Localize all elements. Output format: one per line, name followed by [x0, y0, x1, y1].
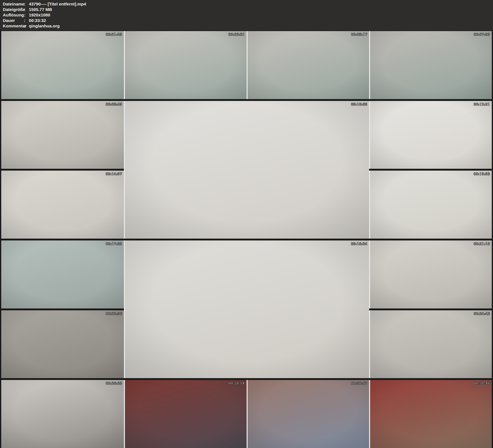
filename-value: 43790---- [Titel entfernt].mp4: [29, 2, 86, 7]
thumbnail-timestamp: 00:03:31: [228, 32, 245, 36]
thumbnail-timestamp: 00:31:46: [474, 381, 490, 385]
thumbnail-timestamp: 00:21:10: [474, 242, 490, 246]
field-separator: :: [24, 7, 29, 12]
thumbnail-grid: 00:01:45 00:03:31 00:05:17 00:07:03 00:0…: [1, 31, 492, 448]
field-separator: :: [24, 23, 29, 28]
duration-value: 00:33:32: [29, 18, 46, 23]
field-separator: :: [24, 12, 29, 17]
thumbnail-timestamp: 00:17:38: [106, 242, 122, 246]
field-row-resolution: Auflösung : 1920x1080: [3, 12, 493, 18]
thumbnail-timestamp: 00:12:21: [474, 102, 490, 106]
thumbnail-timestamp: 00:22:56: [106, 312, 122, 316]
field-label: Dateigröße: [3, 7, 24, 12]
video-thumbnail: 00:03:31: [124, 31, 246, 99]
thumbnail-timestamp: 00:15:53: [474, 172, 490, 176]
video-thumbnail: 00:08:49: [1, 101, 124, 169]
comment-value: qinglanhua.org: [29, 23, 60, 28]
video-thumbnail: 00:14:07: [1, 171, 124, 239]
thumbnail-timestamp: 00:08:49: [106, 102, 122, 106]
thumbnail-timestamp: 00:14:07: [106, 172, 122, 176]
thumbnail-timestamp: 00:19:24: [351, 242, 367, 246]
field-separator: :: [24, 18, 29, 23]
filesize-value: 1505.77 MB: [29, 7, 52, 12]
thumbnail-timestamp: 00:30:00: [351, 381, 367, 385]
field-label: Dauer: [3, 18, 24, 23]
video-thumbnail: 00:17:38: [1, 240, 124, 308]
video-thumbnail: 00:24:42: [369, 310, 492, 378]
field-label: Auflösung: [3, 12, 24, 17]
thumbnail-timestamp: 00:01:45: [106, 32, 122, 36]
field-row-filename: Dateiname : 43790---- [Titel entfernt].m…: [3, 2, 493, 7]
video-thumbnail: 00:30:00: [246, 380, 369, 448]
field-row-duration: Dauer : 00:33:32: [3, 18, 493, 23]
thumbnail-timestamp: 00:28:14: [228, 381, 245, 385]
video-thumbnail-large: 00:10:35: [124, 101, 369, 239]
thumbnail-timestamp: 00:10:35: [351, 102, 367, 106]
video-thumbnail: 00:07:03: [369, 31, 492, 99]
field-row-filesize: Dateigröße : 1505.77 MB: [3, 7, 493, 12]
video-thumbnail: 00:05:17: [246, 31, 369, 99]
video-thumbnail-large: 00:19:24: [124, 240, 369, 378]
field-label: Dateiname: [3, 2, 24, 7]
thumbnail-timestamp: 00:05:17: [351, 32, 367, 36]
video-thumbnail: 00:28:14: [124, 380, 246, 448]
field-label: Kommentar: [3, 23, 24, 28]
thumbnail-timestamp: 00:07:03: [474, 32, 490, 36]
video-thumbnail: 00:15:53: [369, 171, 492, 239]
field-row-comment: Kommentar : qinglanhua.org: [3, 23, 493, 29]
field-separator: :: [24, 2, 29, 7]
video-thumbnail: 00:26:28: [1, 380, 124, 448]
resolution-value: 1920x1080: [29, 12, 50, 17]
thumbnail-timestamp: 00:24:42: [474, 312, 490, 316]
video-thumbnail: 00:31:46: [369, 380, 492, 448]
thumbnail-timestamp: 00:26:28: [106, 381, 122, 385]
video-thumbnail: 00:22:56: [1, 310, 124, 378]
metadata-header: Dateiname : 43790---- [Titel entfernt].m…: [0, 0, 493, 31]
video-thumbnail: 00:21:10: [369, 240, 492, 308]
contact-sheet: 00:01:45 00:03:31 00:05:17 00:07:03 00:0…: [0, 31, 493, 448]
video-thumbnail: 00:01:45: [1, 31, 124, 99]
video-thumbnail: 00:12:21: [369, 101, 492, 169]
